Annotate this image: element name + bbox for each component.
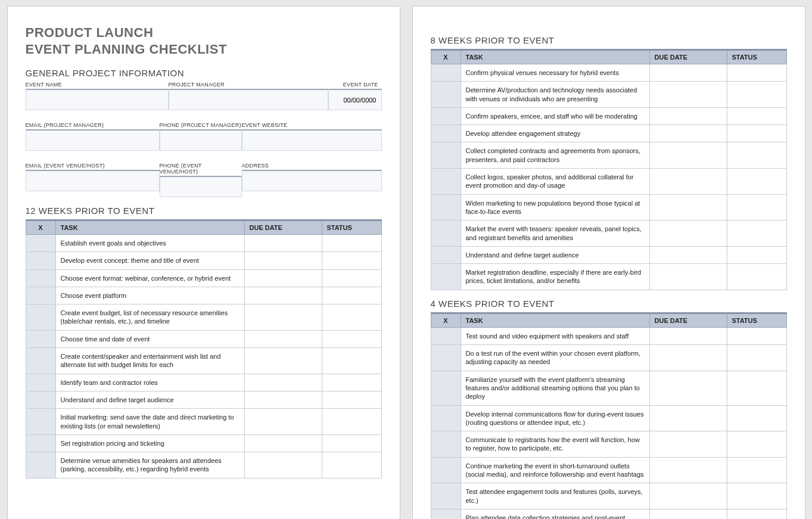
checkbox-cell[interactable] [26,374,55,391]
event-date-input[interactable]: 00/00/0000 [328,89,382,110]
status-cell[interactable] [727,246,786,263]
due-date-cell[interactable] [244,269,322,287]
checkbox-cell[interactable] [431,169,461,195]
status-cell[interactable] [727,194,786,220]
due-date-cell[interactable] [649,246,727,263]
checkbox-cell[interactable] [431,246,461,263]
checkbox-cell[interactable] [431,457,461,483]
status-cell[interactable] [727,264,786,290]
checkbox-cell[interactable] [431,107,461,125]
status-cell[interactable] [322,434,381,452]
checkbox-cell[interactable] [26,434,55,452]
status-cell[interactable] [322,409,381,435]
checkbox-cell[interactable] [26,452,55,478]
checkbox-cell[interactable] [431,125,461,142]
checkbox-cell[interactable] [26,330,55,347]
status-cell[interactable] [727,345,786,371]
checkbox-cell[interactable] [431,264,461,290]
event-name-input[interactable] [26,89,169,110]
status-cell[interactable] [727,82,786,108]
due-date-cell[interactable] [244,391,322,408]
status-cell[interactable] [322,252,381,269]
status-cell[interactable] [322,287,381,304]
status-cell[interactable] [322,348,381,374]
status-cell[interactable] [727,220,786,247]
email-pm-input[interactable] [26,129,160,151]
status-cell[interactable] [727,327,786,344]
checkbox-cell[interactable] [431,345,461,371]
due-date-cell[interactable] [244,304,322,331]
due-date-cell[interactable] [244,374,322,391]
status-cell[interactable] [727,431,786,458]
checkbox-cell[interactable] [431,327,461,344]
checkbox-cell[interactable] [26,409,55,435]
due-date-cell[interactable] [649,371,727,405]
status-cell[interactable] [727,509,786,519]
checkbox-cell[interactable] [431,431,461,458]
due-date-cell[interactable] [649,264,727,290]
status-cell[interactable] [322,235,381,252]
due-date-cell[interactable] [244,409,322,435]
checkbox-cell[interactable] [431,194,461,220]
due-date-cell[interactable] [244,348,322,374]
due-date-cell[interactable] [244,434,322,452]
checkbox-cell[interactable] [431,220,461,247]
checkbox-cell[interactable] [431,142,461,169]
status-cell[interactable] [727,125,786,142]
status-cell[interactable] [322,269,381,287]
checkbox-cell[interactable] [26,235,55,252]
due-date-cell[interactable] [244,287,322,304]
due-date-cell[interactable] [244,330,322,347]
due-date-cell[interactable] [649,64,727,82]
checkbox-cell[interactable] [431,82,461,108]
due-date-cell[interactable] [244,235,322,252]
status-cell[interactable] [727,169,786,195]
due-date-cell[interactable] [649,457,727,483]
due-date-cell[interactable] [649,220,727,247]
phone-pm-input[interactable] [160,129,242,151]
checkbox-cell[interactable] [431,371,461,405]
status-cell[interactable] [322,330,381,347]
due-date-cell[interactable] [244,452,322,478]
status-cell[interactable] [727,371,786,405]
status-cell[interactable] [727,483,786,509]
status-cell[interactable] [727,405,786,431]
status-cell[interactable] [322,391,381,408]
email-venue-input[interactable] [26,170,160,191]
status-cell[interactable] [727,142,786,169]
due-date-cell[interactable] [649,194,727,220]
status-cell[interactable] [727,457,786,483]
checkbox-cell[interactable] [431,405,461,431]
status-cell[interactable] [322,304,381,331]
status-cell[interactable] [727,107,786,125]
due-date-cell[interactable] [649,509,727,519]
due-date-cell[interactable] [649,345,727,371]
checkbox-cell[interactable] [26,269,55,287]
due-date-cell[interactable] [649,431,727,458]
due-date-cell[interactable] [649,142,727,169]
checkbox-cell[interactable] [431,509,461,519]
checkbox-cell[interactable] [26,304,55,331]
task-cell: Do a test run of the event within your c… [461,345,649,371]
due-date-cell[interactable] [244,252,322,269]
phone-venue-input[interactable] [160,176,242,197]
due-date-cell[interactable] [649,327,727,344]
checkbox-cell[interactable] [431,483,461,509]
checkbox-cell[interactable] [26,348,55,374]
due-date-cell[interactable] [649,169,727,195]
project-manager-input[interactable] [169,89,328,110]
event-website-input[interactable] [242,129,382,151]
due-date-cell[interactable] [649,107,727,125]
due-date-cell[interactable] [649,82,727,108]
due-date-cell[interactable] [649,483,727,509]
checkbox-cell[interactable] [26,391,55,408]
due-date-cell[interactable] [649,405,727,431]
status-cell[interactable] [322,452,381,478]
due-date-cell[interactable] [649,125,727,142]
checkbox-cell[interactable] [26,287,55,304]
address-input[interactable] [242,170,382,191]
status-cell[interactable] [727,64,786,82]
status-cell[interactable] [322,374,381,391]
checkbox-cell[interactable] [26,252,55,269]
checkbox-cell[interactable] [431,64,461,82]
